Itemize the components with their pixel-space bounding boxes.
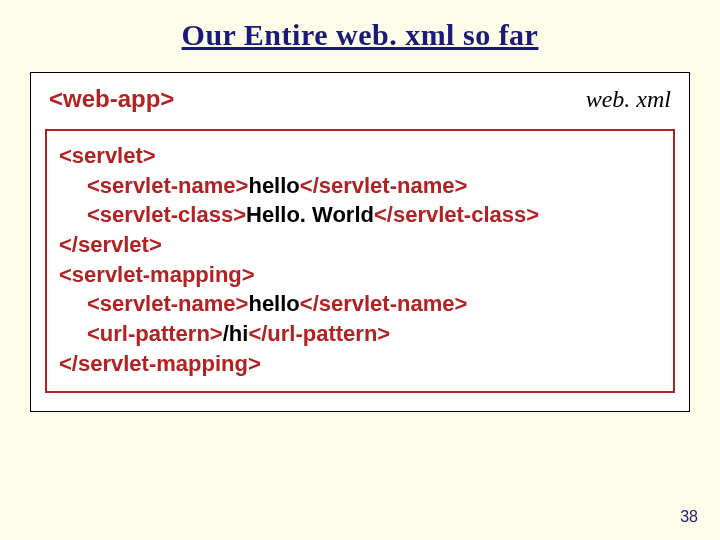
code-header-row: <web-app> web. xml bbox=[45, 85, 675, 113]
slide-title: Our Entire web. xml so far bbox=[30, 18, 690, 52]
slide: Our Entire web. xml so far <web-app> web… bbox=[0, 0, 720, 540]
code-line: <servlet-name>hello</servlet-name> bbox=[59, 289, 661, 319]
root-element-tag: <web-app> bbox=[49, 85, 174, 113]
code-line: </servlet> bbox=[59, 230, 661, 260]
code-line: <url-pattern>/hi</url-pattern> bbox=[59, 319, 661, 349]
code-line: <servlet-name>hello</servlet-name> bbox=[59, 171, 661, 201]
code-line: <servlet-class>Hello. World</servlet-cla… bbox=[59, 200, 661, 230]
code-line: <servlet-mapping> bbox=[59, 260, 661, 290]
page-number: 38 bbox=[680, 508, 698, 526]
code-inner-box: <servlet> <servlet-name>hello</servlet-n… bbox=[45, 129, 675, 393]
code-outer-box: <web-app> web. xml <servlet> <servlet-na… bbox=[30, 72, 690, 412]
code-line: <servlet> bbox=[59, 141, 661, 171]
code-line: </servlet-mapping> bbox=[59, 349, 661, 379]
filename-label: web. xml bbox=[586, 86, 671, 113]
